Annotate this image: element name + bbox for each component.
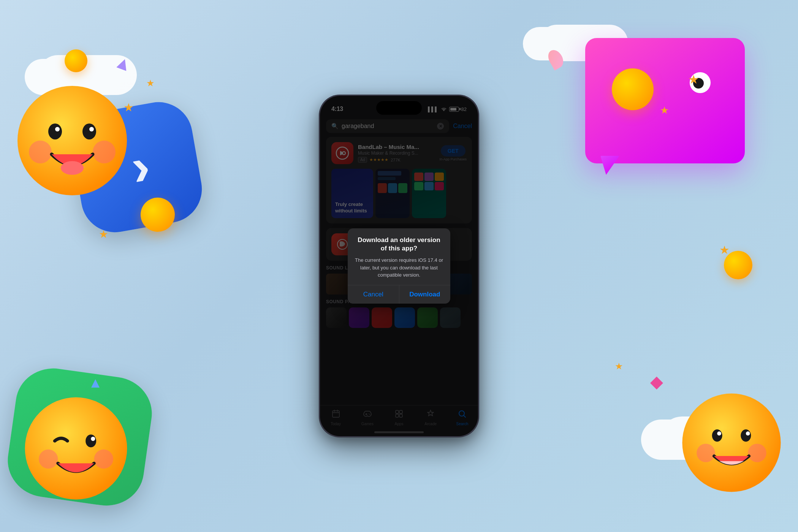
iphone: 4:13 ▌▌▌ 82 (319, 95, 479, 437)
phone-screen: 4:13 ▌▌▌ 82 (320, 96, 478, 436)
phone-wrapper: 4:13 ▌▌▌ 82 (319, 95, 479, 437)
modal-title: Download an older version of this app? (355, 236, 443, 253)
download-modal: Download an older version of this app? T… (348, 228, 450, 304)
modal-overlay: Download an older version of this app? T… (320, 96, 478, 436)
modal-buttons: Cancel Download (348, 285, 450, 304)
modal-download-button[interactable]: Download (399, 285, 451, 304)
modal-message: The current version requires iOS 17.4 or… (355, 256, 443, 279)
modal-content: Download an older version of this app? T… (348, 228, 450, 285)
modal-cancel-button[interactable]: Cancel (348, 285, 399, 304)
